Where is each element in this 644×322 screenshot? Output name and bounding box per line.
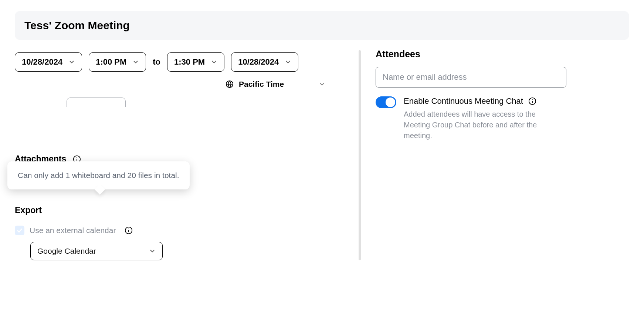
export-heading: Export (15, 205, 359, 215)
info-icon[interactable] (528, 97, 536, 105)
chevron-down-icon (149, 248, 156, 254)
to-label: to (153, 57, 160, 67)
timezone-value: Pacific Time (239, 80, 284, 89)
attendees-input[interactable] (376, 67, 566, 88)
calendar-select[interactable]: Google Calendar (30, 242, 163, 260)
tooltip-text: Can only add 1 whiteboard and 20 files i… (18, 171, 179, 179)
start-date-picker[interactable]: 10/28/2024 (15, 52, 82, 72)
continuous-chat-description: Added attendees will have access to the … (404, 109, 563, 141)
chevron-down-icon (211, 59, 217, 65)
external-calendar-label: Use an external calendar (30, 226, 116, 235)
chevron-down-icon (68, 59, 75, 65)
start-time-picker[interactable]: 1:00 PM (89, 52, 146, 72)
attendees-panel: Attendees Enable Continuous Meeting Chat… (361, 49, 629, 260)
attendees-heading: Attendees (376, 49, 629, 59)
continuous-chat-toggle[interactable] (376, 96, 396, 108)
svg-point-9 (129, 229, 129, 229)
schedule-panel: 10/28/2024 1:00 PM to 1:30 PM (15, 49, 359, 260)
svg-point-12 (532, 99, 533, 100)
end-time-value: 1:30 PM (174, 57, 205, 67)
chevron-down-icon (285, 59, 291, 65)
timezone-selector[interactable]: Pacific Time (15, 80, 359, 89)
end-time-picker[interactable]: 1:30 PM (167, 52, 224, 72)
datetime-row: 10/28/2024 1:00 PM to 1:30 PM (15, 52, 359, 72)
toggle-knob (386, 97, 395, 107)
chevron-down-icon (319, 81, 325, 88)
end-date-value: 10/28/2024 (238, 57, 279, 67)
start-date-value: 10/28/2024 (22, 57, 62, 67)
globe-icon (226, 80, 234, 88)
calendar-select-value: Google Calendar (37, 247, 96, 256)
start-time-value: 1:00 PM (96, 57, 126, 67)
svg-point-4 (77, 157, 77, 158)
partial-control[interactable] (67, 97, 126, 107)
continuous-chat-label: Enable Continuous Meeting Chat (404, 96, 523, 106)
external-calendar-checkbox[interactable] (15, 226, 24, 235)
meeting-title[interactable]: Tess' Zoom Meeting (15, 11, 629, 40)
chevron-down-icon (132, 59, 139, 65)
info-icon[interactable] (125, 226, 133, 234)
end-date-picker[interactable]: 10/28/2024 (231, 52, 298, 72)
attachments-tooltip: Can only add 1 whiteboard and 20 files i… (7, 161, 190, 189)
